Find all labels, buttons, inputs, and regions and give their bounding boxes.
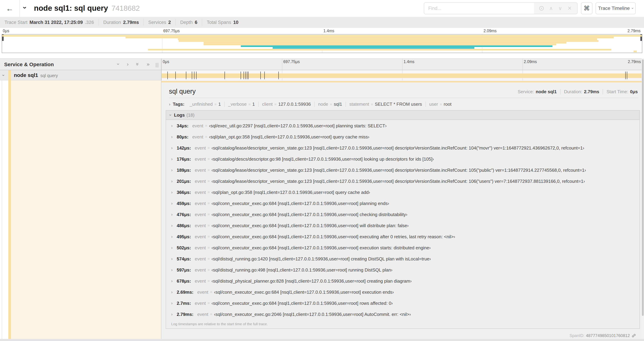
chevron-right-icon: ›	[171, 245, 172, 250]
tag-key: node	[318, 102, 328, 107]
column-divider[interactable]	[161, 58, 161, 341]
meta-label: Duration:	[564, 89, 582, 94]
span-detail-panel: sql query Service:node sql1Duration:2.79…	[161, 80, 642, 341]
span-children-chevron-icon[interactable]: ›	[1, 75, 6, 76]
collapse-one-icon[interactable]: ›	[116, 63, 121, 65]
log-field-key: event	[195, 190, 206, 195]
find-input[interactable]	[424, 3, 534, 14]
command-icon: ⌘	[584, 5, 590, 12]
log-timestamp: 495μs:	[177, 234, 191, 239]
meta-label: Start Time:	[606, 89, 628, 94]
timeline-ruler: 0μs697.75μs1.4ms2.09ms2.79ms	[161, 58, 642, 70]
log-marker-tick[interactable]	[224, 72, 225, 79]
log-entry[interactable]: ›80μs:event=‹sql/plan_opt.go:358 [nsql1,…	[166, 131, 640, 142]
equals-sign: =	[208, 245, 210, 250]
log-marker-tick[interactable]	[247, 72, 247, 79]
tags-accordion[interactable]: › Tags: _unfinished=1_verbose=1client=12…	[169, 102, 455, 107]
log-entry[interactable]: ›201μs:event=‹sql/catalog/lease/descript…	[166, 176, 640, 187]
minimap-span-bar	[179, 40, 598, 42]
log-marker-tick[interactable]	[244, 72, 244, 79]
logs-container: › Logs (18) ›34μs:event=‹sql/exec_util.g…	[166, 110, 640, 329]
bottom-scroll-strip	[0, 339, 644, 341]
log-marker-tick[interactable]	[175, 72, 176, 79]
log-marker-tick[interactable]	[260, 72, 261, 79]
log-entry[interactable]: ›459μs:event=‹sql/conn_executor_exec.go:…	[166, 198, 640, 209]
minimap-span-bar	[204, 42, 566, 44]
keyboard-shortcuts-button[interactable]: ⌘	[581, 3, 592, 14]
trace-view-dropdown[interactable]: Trace Timeline ›	[596, 3, 636, 14]
chevron-right-icon: ›	[171, 234, 172, 239]
tag-item: _unfinished=1	[186, 102, 224, 107]
log-field-key: event	[192, 123, 204, 129]
log-marker-tick[interactable]	[196, 72, 196, 79]
log-field-value: ‹sql/conn_executor_exec.go:684 [nsql1,cl…	[212, 245, 431, 250]
back-button[interactable]: ←	[0, 0, 20, 17]
span-operation-name: sql query	[40, 73, 58, 78]
log-marker-tick[interactable]	[627, 72, 627, 79]
log-entry[interactable]: ›678μs:event=‹sql/distsql_physical_plann…	[166, 275, 640, 287]
chevron-right-icon: ›	[171, 212, 172, 217]
chevron-right-icon: ›	[169, 102, 170, 107]
log-marker-tick[interactable]	[245, 72, 246, 79]
log-marker-tick[interactable]	[264, 72, 265, 79]
tag-key: _unfinished	[190, 102, 212, 107]
locate-span-icon[interactable]	[539, 6, 544, 11]
clear-search-icon[interactable]: ✕	[568, 6, 572, 11]
tags-label: Tags:	[173, 102, 184, 107]
log-entry[interactable]: ›142μs:event=‹sql/catalog/lease/descript…	[166, 142, 640, 154]
chevron-right-icon: ›	[171, 135, 172, 139]
log-entry[interactable]: ›189μs:event=‹sql/catalog/lease/descript…	[166, 165, 640, 176]
expand-all-icon[interactable]: »	[147, 61, 150, 67]
log-marker-tick[interactable]	[625, 72, 626, 79]
log-entry[interactable]: ›176μs:event=‹sql/catalog/descs/descript…	[166, 154, 640, 165]
collapse-trace-chevron-icon[interactable]: ›	[21, 7, 29, 9]
log-marker-tick[interactable]	[186, 72, 186, 79]
log-entry[interactable]: ›486μs:event=‹sql/conn_executor_exec.go:…	[166, 220, 640, 231]
trace-summary-item: Duration2.79ms	[99, 19, 144, 26]
collapse-all-icon[interactable]: »	[135, 63, 140, 66]
next-result-chevron-down-icon[interactable]: ∨	[558, 6, 562, 11]
find-box: ∧ ∨ ✕	[424, 3, 578, 14]
expand-one-icon[interactable]: ›	[127, 61, 129, 67]
log-timestamp: 476μs:	[177, 212, 191, 217]
vertical-scrollbar[interactable]	[642, 58, 644, 341]
log-marker-tick[interactable]	[168, 72, 168, 79]
log-marker-tick[interactable]	[194, 72, 194, 79]
equals-sign: =	[205, 124, 207, 128]
tag-value: 1	[218, 102, 221, 107]
logs-accordion-header[interactable]: › Logs (18)	[166, 111, 640, 120]
span-duration-bar[interactable]	[162, 74, 642, 78]
log-entry[interactable]: ›2.69ms:event=‹sql/conn_executor_exec.go…	[166, 287, 640, 298]
log-entry[interactable]: ›2.79ms:event=‹sql/conn_executor_exec.go…	[166, 309, 640, 320]
prev-result-chevron-up-icon[interactable]: ∧	[549, 6, 553, 11]
trace-minimap[interactable]	[2, 34, 642, 53]
chevron-right-icon: ›	[171, 168, 172, 173]
log-entry[interactable]: ›366μs:event=‹sql/plan_opt.go:358 [nsql1…	[166, 187, 640, 198]
span-row-label[interactable]: › node sql1 sql query	[0, 70, 161, 80]
span-timeline-track[interactable]	[161, 70, 642, 80]
log-entry[interactable]: ›597μs:event=‹sql/distsql_running.go:498…	[166, 264, 640, 275]
tag-value: sql1	[334, 102, 342, 107]
scrollbar-thumb[interactable]	[642, 60, 644, 316]
log-entry[interactable]: ›495μs:event=‹sql/conn_executor_exec.go:…	[166, 231, 640, 242]
log-marker-tick[interactable]	[278, 72, 279, 79]
column-resizer-handle[interactable]	[156, 63, 158, 67]
log-entry[interactable]: ›502μs:event=‹sql/conn_executor_exec.go:…	[166, 242, 640, 253]
log-marker-tick[interactable]	[241, 72, 241, 79]
log-marker-tick[interactable]	[192, 72, 192, 79]
detail-meta-item: Duration:2.79ms	[560, 89, 603, 94]
log-field-key: event	[195, 278, 206, 284]
equals-sign: =	[210, 290, 212, 294]
chevron-right-icon: ›	[171, 179, 172, 184]
log-entry[interactable]: ›34μs:event=‹sql/exec_util.go:2297 [nsql…	[166, 120, 640, 131]
log-timestamp: 502μs:	[177, 245, 191, 250]
minimap-span-bar	[2, 35, 642, 37]
log-entry[interactable]: ›2.7ms:event=‹sql/conn_executor_exec.go:…	[166, 298, 640, 309]
ruler-gridline	[402, 59, 402, 70]
log-entry[interactable]: ›574μs:event=‹sql/distsql_running.go:142…	[166, 253, 640, 264]
log-field-value: ‹sql/conn_executor_exec.go:2046 [nsql1,c…	[214, 312, 411, 317]
equals-sign: =	[208, 201, 210, 206]
link-icon[interactable]	[631, 333, 636, 338]
log-marker-tick[interactable]	[248, 72, 248, 79]
log-entry[interactable]: ›476μs:event=‹sql/conn_executor_exec.go:…	[166, 209, 640, 220]
